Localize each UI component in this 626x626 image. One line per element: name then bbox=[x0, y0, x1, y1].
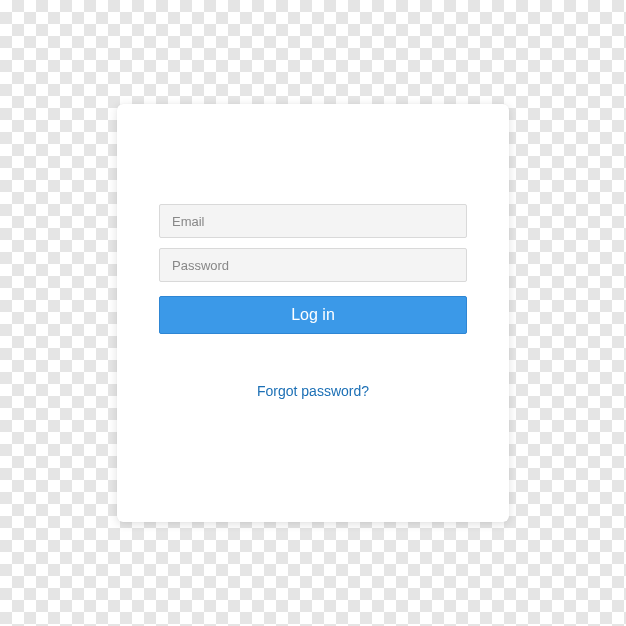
login-card: Log in Forgot password? bbox=[117, 104, 509, 522]
forgot-password-container: Forgot password? bbox=[159, 382, 467, 400]
forgot-password-link[interactable]: Forgot password? bbox=[257, 383, 369, 399]
login-button[interactable]: Log in bbox=[159, 296, 467, 334]
password-field[interactable] bbox=[159, 248, 467, 282]
email-field[interactable] bbox=[159, 204, 467, 238]
